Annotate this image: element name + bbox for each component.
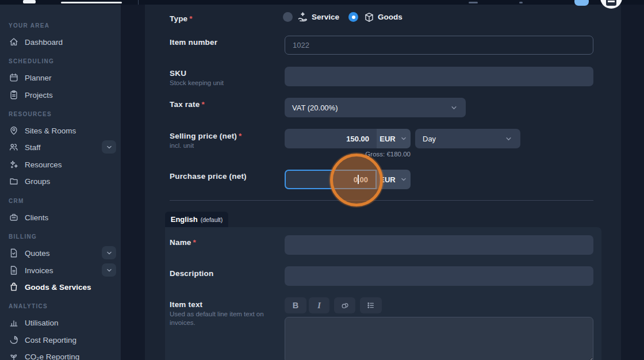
file-check-icon [9, 248, 19, 258]
sidebar-item-planner[interactable]: Planner [0, 70, 121, 86]
chevron-down-icon [105, 266, 113, 274]
sidebar-item-cost-reporting[interactable]: Cost Reporting [0, 332, 121, 348]
sidebar-item-label: Projects [25, 91, 53, 99]
tax-rate-select[interactable]: VAT (20.00%) [285, 98, 466, 117]
italic-button[interactable]: I [309, 297, 329, 313]
app-logo-icon [23, 0, 36, 3]
avatar-image [606, 0, 616, 6]
selling-price-input[interactable] [285, 129, 377, 148]
people-icon [9, 142, 19, 152]
chevron-down-icon [400, 135, 408, 143]
bullet-list-button[interactable] [360, 297, 382, 313]
invoices-expand-button[interactable] [102, 263, 116, 277]
tab-label: English [171, 215, 198, 224]
sidebar-item-label: Sites & Rooms [25, 127, 76, 135]
sidebar-item-dashboard[interactable]: Dashboard [0, 34, 121, 50]
selling-price-sublabel: incl. unit [170, 141, 194, 150]
sidebar-section-your-area: YOUR AREA [9, 22, 49, 29]
name-input[interactable] [285, 235, 593, 255]
staff-expand-button[interactable] [102, 140, 116, 154]
sidebar-section-billing: BILLING [9, 233, 37, 240]
sidebar-item-quotes[interactable]: Quotes [0, 245, 121, 261]
sidebar-item-label: Dashboard [25, 38, 63, 47]
item-number-label: Item number [170, 38, 217, 47]
sku-sublabel: Stock keeping unit [170, 79, 224, 87]
sidebar-item-projects[interactable]: Projects [0, 87, 121, 103]
tax-rate-value: VAT (20.00%) [292, 104, 338, 112]
calendar-icon [9, 72, 19, 83]
home-icon [9, 37, 19, 47]
sidebar-item-invoices[interactable]: Invoices [0, 262, 121, 278]
sidebar-item-goods-services[interactable]: Goods & Services [0, 279, 121, 295]
link-icon [340, 301, 350, 310]
purchase-currency-select[interactable]: EUR [377, 170, 411, 189]
briefcase-icon [9, 212, 19, 223]
required-asterisk: * [239, 132, 241, 140]
purchase-price-input[interactable] [285, 170, 377, 189]
plant-icon [9, 351, 19, 360]
description-input[interactable] [285, 266, 593, 286]
item-text-label: Item text [170, 300, 202, 309]
app-logo-wordmark [61, 2, 122, 3]
unit-value: Day [423, 135, 436, 143]
sidebar-item-groups[interactable]: Groups [0, 173, 121, 189]
selling-currency-select[interactable]: EUR [377, 129, 411, 148]
bold-button[interactable]: B [285, 297, 306, 313]
gross-price-text: Gross: €180.00 [288, 151, 411, 158]
unit-select[interactable]: Day [415, 129, 520, 148]
selling-price-label: Selling price (net)* [170, 132, 242, 140]
goods-radio[interactable] [348, 12, 358, 22]
folder-icon [9, 176, 19, 186]
file-text-icon [9, 265, 19, 275]
sidebar-item-sites-rooms[interactable]: Sites & Rooms [0, 122, 121, 139]
required-asterisk: * [189, 14, 192, 23]
sidebar-section-resources: RESOURCES [9, 111, 52, 117]
sidebar-section-analytics: ANALYTICS [9, 303, 48, 309]
top-navigation-bar [0, 0, 644, 5]
item-text-editor[interactable] [285, 317, 593, 360]
tab-default-suffix: (default) [201, 216, 223, 223]
topbar-accent-toggle[interactable] [574, 0, 589, 6]
required-asterisk: * [193, 238, 196, 247]
type-label: Type* [170, 14, 193, 23]
tax-rate-label: Tax rate* [170, 100, 205, 109]
sidebar-item-clients[interactable]: Clients [0, 209, 121, 225]
required-asterisk: * [201, 100, 204, 109]
goods-services-edit-page: YOUR AREA Dashboard SCHEDULING Planner P… [0, 0, 644, 360]
item-text-sublabel: Used as default line item text on invoic… [170, 310, 276, 327]
package-box-icon [363, 12, 375, 23]
sparkles-icon [9, 159, 19, 170]
sidebar-item-label: Staff [25, 143, 41, 152]
sidebar-section-crm: CRM [9, 198, 24, 204]
bar-chart-icon [9, 317, 19, 328]
purchase-currency-value: EUR [379, 175, 395, 184]
tab-english-default[interactable]: English (default) [165, 212, 228, 227]
name-label: Name* [170, 238, 196, 247]
service-radio[interactable] [283, 12, 293, 22]
service-radio-label[interactable]: Service [312, 13, 339, 21]
service-hand-icon [297, 11, 309, 23]
item-number-input[interactable] [285, 36, 593, 55]
sidebar-item-resources[interactable]: Resources [0, 156, 121, 173]
quotes-expand-button[interactable] [102, 246, 116, 259]
sidebar-item-label: Goods & Services [25, 283, 91, 292]
topbar-menu-fragment [469, 2, 478, 3]
sku-input[interactable] [285, 67, 593, 86]
chevron-down-icon [105, 143, 113, 151]
link-button[interactable] [334, 297, 355, 313]
goods-radio-label[interactable]: Goods [378, 13, 402, 21]
sidebar-item-label: CO₂e Reporting [25, 353, 79, 360]
sidebar-item-utilisation[interactable]: Utilisation [0, 315, 121, 331]
sidebar-item-label: Cost Reporting [25, 336, 76, 344]
sidebar-item-label: Planner [25, 74, 52, 82]
sidebar-item-label: Utilisation [25, 319, 59, 327]
sidebar-item-staff[interactable]: Staff [0, 139, 121, 155]
description-label: Description [170, 269, 213, 278]
topbar-menu-fragment [519, 2, 523, 3]
map-pin-icon [9, 125, 19, 136]
sidebar-item-co2e-reporting[interactable]: CO₂e Reporting [0, 348, 121, 360]
shopping-bag-icon [9, 282, 19, 292]
pie-chart-icon [9, 335, 19, 345]
type-radio-group: Service Goods [283, 11, 402, 23]
sidebar-navigation: YOUR AREA Dashboard SCHEDULING Planner P… [0, 5, 121, 360]
